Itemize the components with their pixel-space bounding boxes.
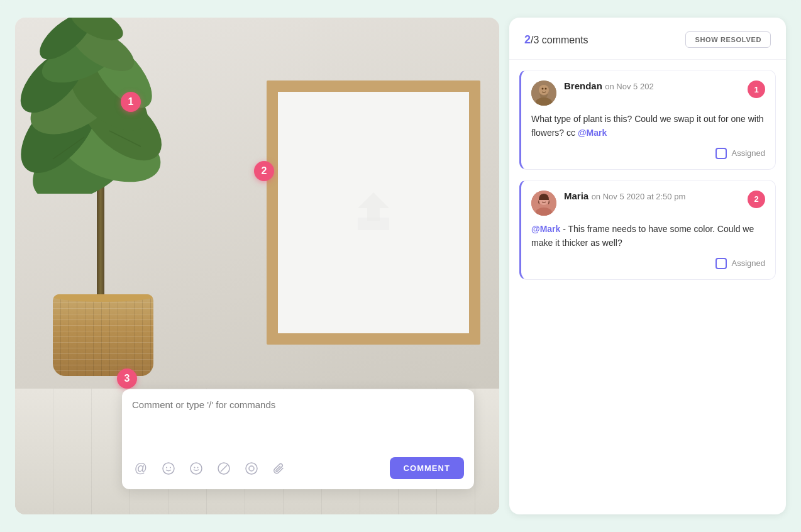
scene-image: 1 2 3 @ xyxy=(15,18,499,514)
comment-textarea[interactable] xyxy=(132,399,464,450)
toolbar-icons: @ xyxy=(132,460,390,477)
panel-content: Brendan on Nov 5 202 1 What type of plan… xyxy=(509,60,786,514)
attachment-icon[interactable] xyxy=(270,460,288,477)
svg-point-23 xyxy=(249,466,254,471)
annotation-pin-2[interactable]: 2 xyxy=(254,161,274,181)
comment-toolbar: @ xyxy=(132,457,464,479)
comment-1-mention: @Mark xyxy=(578,128,607,138)
panel-header: 2/3 comments SHOW RESOLVED xyxy=(509,18,786,60)
annotation-pin-1[interactable]: 1 xyxy=(121,92,141,112)
comment-submit-button[interactable]: COMMENT xyxy=(390,457,464,479)
svg-line-21 xyxy=(221,465,227,472)
svg-point-17 xyxy=(191,463,202,474)
plant-leaves xyxy=(15,18,197,194)
comment-input-box: @ xyxy=(122,389,474,489)
slash-icon[interactable] xyxy=(215,460,233,477)
comment-badge-1: 1 xyxy=(748,80,765,98)
comment-1-text: What type of plant is this? Could we swa… xyxy=(531,112,765,140)
svg-point-18 xyxy=(194,467,196,468)
svg-point-15 xyxy=(166,467,167,468)
comment-card-1: Brendan on Nov 5 202 1 What type of plan… xyxy=(519,70,776,170)
comment-2-footer: Assigned xyxy=(531,258,765,269)
frame-logo xyxy=(342,186,405,239)
frame-container xyxy=(267,80,480,345)
app-container: 1 2 3 @ xyxy=(0,0,801,532)
avatar-brendan xyxy=(531,80,556,106)
frame-outer xyxy=(267,80,480,345)
svg-point-16 xyxy=(170,467,171,468)
comment-card-1-header: Brendan on Nov 5 202 1 xyxy=(531,80,765,106)
svg-point-14 xyxy=(163,463,174,474)
annotation-pin-3[interactable]: 3 xyxy=(117,369,137,389)
svg-point-25 xyxy=(539,85,549,95)
comment-badge-2: 2 xyxy=(748,191,765,208)
comment-1-footer: Assigned xyxy=(531,148,765,159)
comment-1-meta: Brendan on Nov 5 202 xyxy=(564,80,740,92)
plant-container xyxy=(28,62,204,376)
left-panel: 1 2 3 @ xyxy=(15,18,499,514)
assigned-checkbox-2[interactable] xyxy=(715,258,727,269)
comment-card-2: Maria on Nov 5 2020 at 2:50 pm 2 @Mark -… xyxy=(519,180,776,280)
record-icon[interactable] xyxy=(243,460,260,477)
mention-icon[interactable]: @ xyxy=(132,460,150,477)
comment-2-date: on Nov 5 2020 at 2:50 pm xyxy=(592,192,686,201)
comment-2-author: Maria xyxy=(564,191,588,201)
assigned-checkbox-1[interactable] xyxy=(715,148,727,159)
emoji-face-icon[interactable] xyxy=(160,460,177,477)
comments-count: 2/3 comments xyxy=(524,33,588,47)
comment-card-2-header: Maria on Nov 5 2020 at 2:50 pm 2 xyxy=(531,191,765,216)
right-panel: 2/3 comments SHOW RESOLVED xyxy=(509,18,786,514)
show-resolved-button[interactable]: SHOW RESOLVED xyxy=(685,31,771,48)
plant-basket xyxy=(53,294,153,376)
comment-2-text: @Mark - This frame needs to have some co… xyxy=(531,222,765,250)
comments-count-highlight: 2 xyxy=(524,33,531,46)
emoji-smile-icon[interactable] xyxy=(187,460,205,477)
svg-point-27 xyxy=(542,88,544,90)
comments-count-text: /3 comments xyxy=(531,35,588,45)
comment-2-mention: @Mark xyxy=(531,224,560,234)
basket-rim xyxy=(53,294,153,302)
svg-point-22 xyxy=(246,463,257,474)
assigned-label-2: Assigned xyxy=(732,258,765,268)
avatar-maria xyxy=(531,191,556,216)
assigned-label-1: Assigned xyxy=(732,148,765,158)
svg-point-28 xyxy=(545,88,547,90)
comment-2-meta: Maria on Nov 5 2020 at 2:50 pm xyxy=(564,191,740,202)
svg-point-19 xyxy=(197,467,199,468)
comment-1-date: on Nov 5 202 xyxy=(605,82,653,91)
comment-1-author: Brendan xyxy=(564,80,602,91)
